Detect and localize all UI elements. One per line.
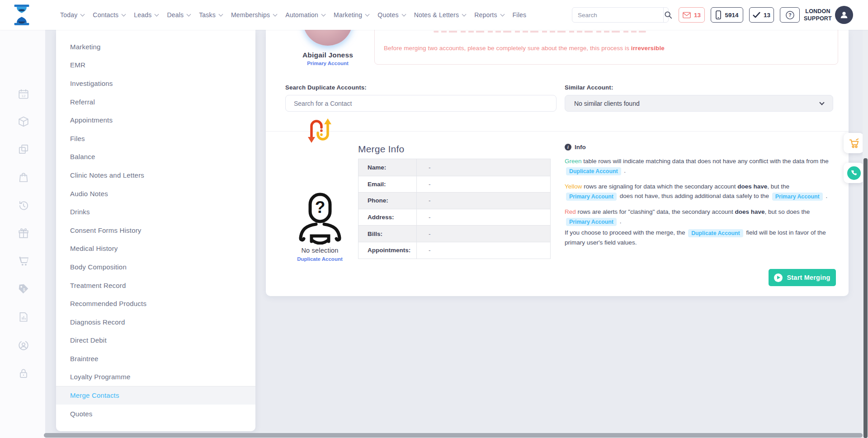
primary-account-link[interactable]: Primary Account bbox=[283, 61, 373, 66]
nav-item-automation[interactable]: Automation bbox=[285, 11, 325, 19]
vertical-scrollbar-thumb[interactable] bbox=[863, 158, 868, 438]
no-selection-label: No selection bbox=[278, 247, 362, 254]
duplicate-search-label: Search Duplicate Accounts: bbox=[285, 84, 367, 91]
menu-item-investigations[interactable]: Investigations bbox=[56, 74, 255, 93]
start-merging-button[interactable]: Start Merging bbox=[769, 269, 836, 286]
chevron-down-icon bbox=[122, 12, 126, 16]
cart-icon[interactable] bbox=[18, 255, 29, 267]
nav-item-deals[interactable]: Deals bbox=[167, 11, 190, 19]
history-icon[interactable] bbox=[18, 199, 29, 211]
menu-item-quotes[interactable]: Quotes bbox=[56, 405, 255, 423]
package-icon[interactable] bbox=[18, 116, 29, 127]
nav-item-marketing[interactable]: Marketing bbox=[334, 11, 369, 19]
mail-indicator-button[interactable]: 13 bbox=[679, 7, 705, 23]
icon-rail: 12 $ bbox=[0, 30, 45, 438]
copy-icon[interactable] bbox=[18, 143, 29, 155]
menu-item-medical-history[interactable]: Medical History bbox=[56, 240, 255, 258]
menu-item-loyalty-programme[interactable]: Loyalty Programme bbox=[56, 368, 255, 386]
menu-item-recommended-products[interactable]: Recommended Products bbox=[56, 294, 255, 313]
nav-item-reports[interactable]: Reports bbox=[474, 11, 504, 19]
tasks-indicator-button[interactable]: 13 bbox=[749, 7, 774, 23]
main-nav: Today Contacts Leads Deals Tasks bbox=[60, 0, 526, 30]
help-icon: ? bbox=[785, 10, 795, 20]
cart-icon bbox=[848, 137, 860, 149]
svg-text:$: $ bbox=[23, 287, 25, 292]
menu-item-direct-debit[interactable]: Direct Debit bbox=[56, 331, 255, 350]
chevron-down-icon bbox=[155, 12, 159, 16]
floating-call-button[interactable] bbox=[844, 163, 864, 183]
nav-item-today[interactable]: Today bbox=[60, 11, 84, 19]
svg-text:?: ? bbox=[788, 12, 791, 18]
duplicate-account-link[interactable]: Duplicate Account bbox=[278, 256, 362, 262]
chevron-down-icon bbox=[401, 12, 406, 16]
tasks-count: 13 bbox=[764, 12, 770, 19]
nav-item-contacts[interactable]: Contacts bbox=[93, 11, 125, 19]
similar-account-label: Similar Account: bbox=[565, 84, 613, 91]
menu-item-audio-notes[interactable]: Audio Notes bbox=[56, 184, 255, 203]
merge-info-title: Merge Info bbox=[358, 144, 404, 155]
menu-item-referral[interactable]: Referral bbox=[56, 93, 255, 111]
menu-item-files[interactable]: Files bbox=[56, 129, 255, 148]
menu-item-diagnosis-record[interactable]: Diagnosis Record bbox=[56, 313, 255, 331]
table-row-address-: Address: - bbox=[359, 209, 550, 226]
nav-item-leads[interactable]: Leads bbox=[134, 11, 158, 19]
merge-arrows-icon bbox=[304, 117, 335, 144]
nav-item-memberships[interactable]: Memberships bbox=[231, 11, 277, 19]
smartphone-icon bbox=[715, 10, 722, 19]
menu-item-braintree[interactable]: Braintree bbox=[56, 349, 255, 368]
menu-item-drinks[interactable]: Drinks bbox=[56, 203, 255, 221]
search-input[interactable] bbox=[572, 8, 663, 22]
similar-account-select[interactable]: No similar clients found bbox=[565, 95, 833, 112]
menu-item-treatment-record[interactable]: Treatment Record bbox=[56, 276, 255, 295]
info-panel: Green table rows will indicate matching … bbox=[565, 156, 829, 253]
info-paragraph-red: Red rows are alerts for "clashing" data,… bbox=[565, 207, 829, 226]
account-badge: Duplicate Account bbox=[688, 229, 743, 237]
menu-item-clinic-notes-and-letters[interactable]: Clinic Notes and Letters bbox=[56, 166, 255, 184]
mail-icon bbox=[683, 12, 691, 19]
nav-item-files[interactable]: Files bbox=[513, 11, 527, 19]
nav-item-tasks[interactable]: Tasks bbox=[199, 11, 222, 19]
menu-item-merge-contacts[interactable]: Merge Contacts bbox=[56, 386, 255, 405]
price-tag-icon[interactable]: $ bbox=[18, 283, 29, 295]
merge-info-table: Name: - Email: - Phone: - Address: - Bil… bbox=[358, 159, 551, 259]
user-avatar[interactable] bbox=[835, 6, 853, 24]
search-icon[interactable] bbox=[663, 8, 673, 22]
shopping-bag-icon[interactable] bbox=[18, 171, 29, 183]
menu-item-emr[interactable]: EMR bbox=[56, 56, 255, 75]
top-header: Today Contacts Leads Deals Tasks bbox=[0, 0, 868, 30]
info-paragraph-proceed: If you choose to proceed with the merge,… bbox=[565, 228, 829, 247]
menu-item-balance[interactable]: Balance bbox=[56, 148, 255, 166]
hourglass-logo[interactable] bbox=[13, 4, 31, 26]
lock-icon[interactable] bbox=[18, 367, 29, 379]
table-row-name-: Name: - bbox=[359, 159, 550, 176]
table-row-email-: Email: - bbox=[359, 176, 550, 193]
info-paragraph-green: Green table rows will indicate matching … bbox=[565, 156, 829, 176]
help-button[interactable]: ? bbox=[780, 7, 800, 23]
floating-cart-button[interactable] bbox=[844, 133, 864, 153]
nav-item-quotes[interactable]: Quotes bbox=[377, 11, 405, 19]
play-icon bbox=[774, 273, 783, 282]
phone-icon bbox=[847, 166, 861, 180]
chevron-down-icon bbox=[187, 12, 191, 16]
unknown-person-icon: ? bbox=[296, 193, 344, 245]
menu-item-appointments[interactable]: Appointments bbox=[56, 111, 255, 129]
account-badge: Primary Account bbox=[772, 193, 823, 201]
duplicate-search-input[interactable] bbox=[285, 95, 557, 112]
svg-text:?: ? bbox=[315, 198, 326, 217]
horizontal-scrollbar-thumb[interactable] bbox=[44, 433, 863, 438]
info-icon: i bbox=[565, 144, 571, 151]
menu-item-consent-forms-history[interactable]: Consent Forms History bbox=[56, 221, 255, 240]
nav-item-notes-letters[interactable]: Notes & Letters bbox=[414, 11, 466, 19]
menu-item-marketing[interactable]: Marketing bbox=[56, 38, 255, 56]
sms-indicator-button[interactable]: 5914 bbox=[711, 7, 743, 23]
table-row-phone-: Phone: - bbox=[359, 192, 550, 209]
chevron-down-icon bbox=[500, 12, 505, 16]
calendar-icon[interactable]: 12 bbox=[18, 88, 29, 100]
menu-item-body-composition[interactable]: Body Composition bbox=[56, 258, 255, 276]
account-icon[interactable] bbox=[18, 339, 29, 351]
report-icon[interactable] bbox=[18, 311, 29, 323]
gift-icon[interactable] bbox=[18, 227, 29, 239]
account-badge: Primary Account bbox=[566, 218, 617, 226]
horizontal-scrollbar-gutter bbox=[0, 432, 44, 438]
account-label: LONDON SUPPORT bbox=[803, 8, 833, 22]
